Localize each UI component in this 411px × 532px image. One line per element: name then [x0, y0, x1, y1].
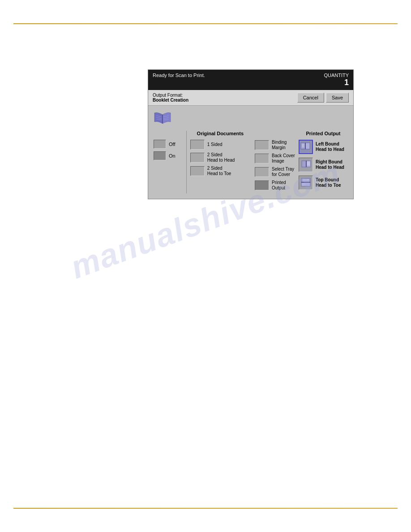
output-format-label: Output Format: — [153, 93, 183, 98]
original-docs-header: Original Documents — [190, 131, 250, 136]
option-printed-output-box[interactable] — [255, 180, 269, 190]
quantity-value: 1 — [324, 78, 349, 87]
option-1-sided-box[interactable] — [190, 140, 205, 150]
top-bound-htt-icon — [300, 177, 312, 189]
title-bar: Ready for Scan to Print. QUANTITY 1 — [148, 70, 353, 90]
on-toggle[interactable]: On — [154, 151, 176, 160]
svg-rect-8 — [305, 143, 310, 149]
main-columns: Off On Original Documents 1 Sided 2 S — [154, 131, 348, 193]
option-right-bound-hth[interactable]: Right BoundHead to Head — [299, 158, 348, 172]
right-bound-hth-icon — [300, 159, 312, 171]
right-bound-hth-label: Right BoundHead to Head — [316, 159, 344, 170]
left-bound-hth-icon-box[interactable] — [299, 140, 313, 154]
option-binding-margin[interactable]: BindingMargin — [255, 140, 295, 150]
off-toggle[interactable]: Off — [154, 140, 176, 149]
option-left-bound-hth[interactable]: Left BoundHead to Head — [299, 140, 348, 154]
option-printed-output-label: PrintedOutput — [272, 180, 286, 191]
quantity-label: QUANTITY — [324, 73, 349, 78]
option-2-sided-hth-box[interactable] — [190, 153, 205, 163]
left-bound-hth-icon — [300, 141, 312, 153]
option-select-tray-cover-label: Select Trayfor Cover — [272, 167, 294, 177]
output-format-text: Output Format: Booklet Creation — [153, 93, 188, 103]
on-toggle-box[interactable] — [154, 151, 166, 160]
output-format-title: Booklet Creation — [153, 98, 188, 103]
off-label: Off — [169, 142, 175, 147]
option-2-sided-htt[interactable]: 2 SidedHead to Toe — [190, 166, 250, 176]
svg-rect-19 — [301, 178, 310, 182]
option-1-sided[interactable]: 1 Sided — [190, 140, 250, 150]
on-label: On — [169, 153, 176, 159]
svg-rect-14 — [306, 161, 311, 167]
divider-line — [186, 131, 187, 193]
option-select-tray-cover-box[interactable] — [255, 167, 269, 177]
printed-output-header: Printed Output — [299, 131, 348, 136]
option-top-bound-htt[interactable]: Top BoundHead to Toe — [299, 176, 348, 190]
output-format-bar: Output Format: Booklet Creation Cancel S… — [148, 90, 353, 106]
option-back-cover-image-label: Back CoverImage — [272, 153, 295, 164]
option-binding-margin-box[interactable] — [255, 140, 269, 150]
top-decorative-line — [13, 23, 398, 24]
printed-output-column: Printed Output Lef — [299, 131, 348, 193]
option-select-tray-cover[interactable]: Select Trayfor Cover — [255, 167, 295, 177]
action-buttons: Cancel Save — [297, 93, 349, 103]
option-2-sided-htt-label: 2 SidedHead to Toe — [207, 166, 231, 176]
content-area: Off On Original Documents 1 Sided 2 S — [148, 106, 353, 199]
option-printed-output[interactable]: PrintedOutput — [255, 180, 295, 191]
book-icon — [154, 111, 171, 125]
off-toggle-box[interactable] — [154, 140, 166, 149]
option-binding-margin-label: BindingMargin — [272, 140, 287, 150]
svg-rect-13 — [302, 161, 306, 167]
option-2-sided-hth[interactable]: 2 SidedHead to Head — [190, 152, 250, 163]
option-back-cover-image-box[interactable] — [255, 154, 269, 163]
top-bound-htt-label: Top BoundHead to Toe — [316, 177, 341, 188]
status-text: Ready for Scan to Print. — [153, 73, 205, 78]
right-bound-hth-icon-box[interactable] — [299, 158, 313, 172]
toggle-column: Off On — [154, 131, 176, 193]
booklet-creation-dialog: Ready for Scan to Print. QUANTITY 1 Outp… — [148, 69, 354, 199]
left-bound-hth-label: Left BoundHead to Head — [316, 142, 344, 152]
middle-options-column: BindingMargin Back CoverImage Select Tra… — [255, 131, 295, 193]
quantity-section: QUANTITY 1 — [324, 73, 349, 87]
cancel-button[interactable]: Cancel — [297, 93, 324, 103]
option-back-cover-image[interactable]: Back CoverImage — [255, 153, 295, 164]
top-bound-htt-icon-box[interactable] — [299, 176, 313, 190]
original-docs-column: Original Documents 1 Sided 2 SidedHead t… — [190, 131, 250, 193]
bottom-decorative-line — [13, 508, 398, 509]
option-1-sided-label: 1 Sided — [207, 142, 223, 147]
svg-rect-7 — [301, 143, 305, 149]
svg-rect-20 — [301, 182, 310, 186]
option-2-sided-hth-label: 2 SidedHead to Head — [207, 152, 235, 163]
save-button[interactable]: Save — [326, 93, 349, 103]
option-2-sided-htt-box[interactable] — [190, 166, 205, 176]
book-icon-area — [154, 111, 348, 127]
